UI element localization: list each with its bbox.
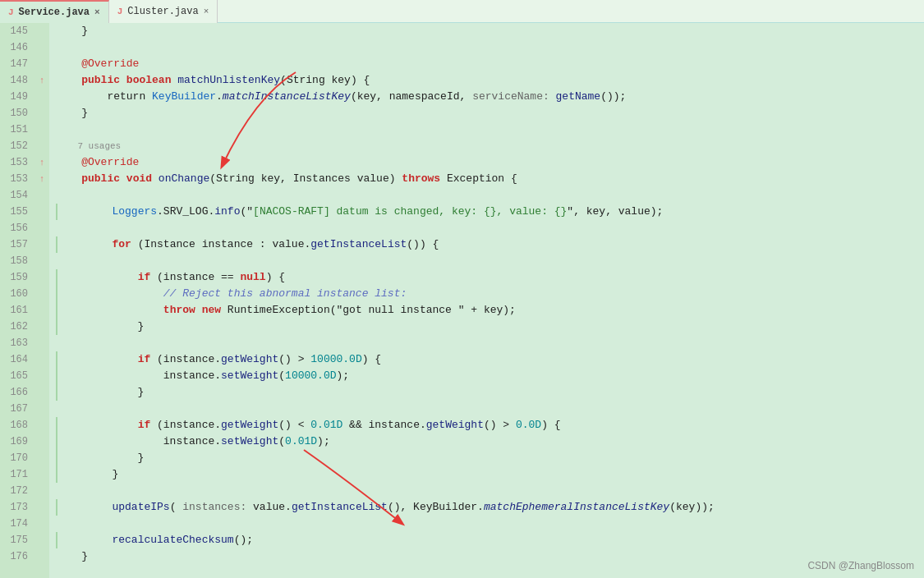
code-line: if (instance.getWeight() > 10000.0D) {	[56, 351, 924, 368]
line-number: 166	[0, 387, 34, 398]
tab-service[interactable]: J Service.java ×	[0, 0, 109, 23]
override-icon: ↑	[34, 158, 49, 167]
line-number: 164	[0, 354, 34, 365]
code-token: instance.	[61, 434, 221, 450]
line-number: 170	[0, 452, 34, 464]
code-token: matchInstanceListKey	[223, 89, 351, 105]
gutter-row: 165	[0, 368, 49, 384]
code-token: .	[216, 89, 223, 105]
code-token: ) {	[362, 351, 381, 368]
code-token: }	[56, 105, 88, 122]
java-icon-cluster: J	[117, 7, 123, 16]
gutter-row: 168	[0, 417, 49, 434]
code-token: RuntimeException("got null instance " + …	[221, 302, 516, 319]
code-line: public void onChange(String key, Instanc…	[56, 171, 924, 187]
code-token: }	[56, 548, 88, 565]
code-token: matchUnlistenKey	[177, 72, 280, 89]
code-token: ()) {	[407, 236, 439, 253]
line-number: 161	[0, 305, 34, 316]
code-token: );	[317, 434, 330, 450]
code-line: }	[56, 548, 924, 565]
code-line	[56, 220, 924, 236]
code-token: .SRV_LOG.	[157, 204, 214, 220]
gutter-row: 161	[0, 302, 49, 319]
code-line: instance.setWeight(10000.0D);	[56, 368, 924, 384]
line-number: 151	[0, 124, 34, 135]
code-token: (), KeyBuilder.	[388, 499, 484, 516]
code-token: public	[56, 171, 120, 187]
code-token: (instance.	[150, 351, 221, 368]
code-token: (Instance instance : value.	[131, 236, 310, 253]
code-token	[120, 72, 126, 89]
gutter-row: 152	[0, 138, 49, 154]
code-token: updateIPs	[112, 499, 169, 516]
line-number: 167	[0, 403, 34, 415]
code-token	[61, 302, 163, 319]
code-line	[56, 39, 924, 56]
tab-cluster-close[interactable]: ×	[204, 7, 209, 16]
code-line: }	[56, 105, 924, 122]
gutter-row: 162	[0, 319, 49, 335]
code-line: }	[56, 23, 924, 39]
gutter-row: 163	[0, 335, 49, 351]
line-number: 155	[0, 206, 34, 218]
code-editor: 145146147148↑149150151152153↑153↑1541551…	[0, 23, 924, 578]
gutter-row: 172	[0, 483, 49, 499]
code-token: (key));	[669, 499, 715, 516]
code-token: () >	[484, 417, 516, 434]
tab-service-label: Service.java	[19, 7, 90, 18]
code-token: // Reject this abnormal instance list:	[61, 286, 407, 302]
gutter-row: 159	[0, 269, 49, 286]
gutter-row: 171	[0, 466, 49, 483]
code-token: boolean	[126, 72, 172, 89]
line-number: 158	[0, 255, 34, 267]
gutter-row: 153↑	[0, 171, 49, 187]
code-token: Exception {	[440, 171, 517, 187]
override-icon: ↑	[34, 76, 49, 85]
gutter-row: 150	[0, 105, 49, 122]
code-line	[56, 483, 924, 499]
code-token: (	[278, 368, 285, 384]
line-number: 162	[0, 321, 34, 333]
code-token: instance.	[61, 368, 221, 384]
code-token: (key, namespaceId,	[351, 89, 472, 105]
code-line	[56, 187, 924, 204]
code-token	[61, 499, 112, 516]
line-number: 153	[0, 157, 34, 168]
code-token: );	[337, 368, 350, 384]
code-token: () >	[278, 351, 310, 368]
code-token: getWeight	[426, 417, 484, 434]
line-number: 153	[0, 173, 34, 185]
line-number: 160	[0, 288, 34, 300]
gutter-row: 160	[0, 286, 49, 302]
code-token: info	[214, 204, 240, 220]
line-number: 156	[0, 222, 34, 234]
code-token: matchEphemeralInstanceListKey	[484, 499, 669, 516]
code-token	[61, 532, 112, 548]
gutter-row: 154	[0, 187, 49, 204]
code-line: }	[56, 466, 924, 483]
code-content[interactable]: } @Override public boolean matchUnlisten…	[49, 23, 924, 578]
code-token: }	[61, 466, 118, 483]
code-token: KeyBuilder	[152, 89, 216, 105]
tab-service-close[interactable]: ×	[94, 7, 100, 17]
line-number: 150	[0, 108, 34, 119]
code-line: Loggers.SRV_LOG.info("[NACOS-RAFT] datum…	[56, 204, 924, 220]
line-number: 173	[0, 502, 34, 513]
line-number: 165	[0, 370, 34, 382]
code-token: throws	[402, 171, 440, 187]
code-token: ("	[240, 204, 253, 220]
tab-bar: J Service.java × J Cluster.java ×	[0, 0, 924, 23]
line-number: 159	[0, 272, 34, 283]
code-token: recalculateChecksum	[112, 532, 233, 548]
code-token	[61, 417, 138, 434]
code-token	[61, 236, 112, 253]
line-number: 149	[0, 91, 34, 103]
code-token: @Override	[56, 154, 139, 171]
gutter-row: 148↑	[0, 72, 49, 89]
line-number: 168	[0, 420, 34, 431]
tab-cluster[interactable]: J Cluster.java ×	[109, 0, 218, 23]
gutter-row: 164	[0, 351, 49, 368]
code-token: null	[240, 269, 265, 286]
code-token: 10000.0D	[285, 368, 336, 384]
